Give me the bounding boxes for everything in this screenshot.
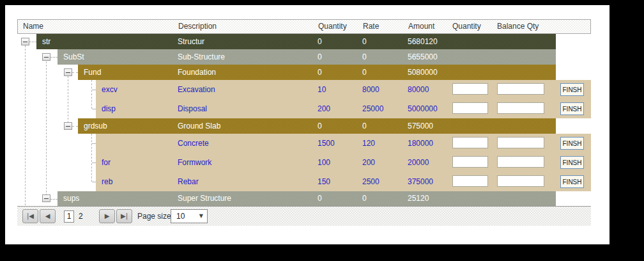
pager-prev-button[interactable]: ◀ (40, 209, 56, 223)
row-name: str (42, 34, 50, 49)
minus-glyph (23, 42, 27, 42)
row-name: for (102, 153, 111, 172)
row-amount: 5080000 (408, 65, 438, 80)
column-header-quantity2[interactable]: Quantity (452, 20, 481, 33)
pager-page-1[interactable]: 1 (64, 210, 74, 223)
chevron-down-icon: ▼ (199, 210, 203, 223)
row-amount: 575000 (408, 118, 433, 134)
row-description: Structur (178, 34, 204, 49)
row-band (36, 34, 556, 49)
window-frame: Name Description Quantity Rate Amount Qu… (0, 0, 644, 261)
row-name: Fund (84, 65, 101, 80)
pager-next-button[interactable]: ▶ (99, 209, 115, 223)
column-header-balance-qty[interactable]: Balance Qty (497, 20, 539, 33)
column-header-name[interactable]: Name (23, 20, 43, 33)
row-band (57, 191, 556, 206)
balance-qty-input[interactable] (497, 83, 544, 95)
balance-qty-input[interactable] (497, 156, 544, 168)
page-size-dropdown[interactable]: 10 ▼ (171, 209, 208, 223)
pager-bar: |◀ ◀ 1 2 ▶ ▶| Page size: 10 ▼ (17, 206, 591, 226)
balance-qty-input[interactable] (497, 102, 544, 114)
row-quantity: 10 (318, 80, 326, 99)
row-rate: 0 (362, 49, 367, 65)
finish-button[interactable]: FINSH (560, 137, 584, 150)
column-header-amount[interactable]: Amount (408, 20, 434, 33)
finish-button[interactable]: FINSH (560, 102, 584, 115)
pager-first-button[interactable]: |◀ (22, 209, 38, 223)
balance-qty-input[interactable] (497, 175, 544, 187)
table-row[interactable]: Concrete 1500 120 180000 FINSH (17, 134, 591, 153)
minus-glyph (66, 72, 70, 73)
quantity-input[interactable] (452, 156, 488, 168)
row-description: Excavation (178, 80, 215, 99)
table-row[interactable]: SubSt Sub-Structure 0 0 5655000 (17, 49, 591, 65)
treelist-grid: Name Description Quantity Rate Amount Qu… (17, 19, 591, 225)
pager-last-button[interactable]: ▶| (116, 209, 132, 223)
row-rate: 0 (362, 191, 367, 206)
row-rate: 0 (362, 65, 367, 80)
row-amount: 5655000 (408, 49, 438, 65)
row-description: Foundation (178, 65, 216, 80)
row-amount: 5000000 (408, 99, 438, 118)
table-row[interactable]: str Structur 0 0 5680120 (17, 34, 591, 49)
column-header-quantity[interactable]: Quantity (318, 20, 347, 33)
table-row[interactable]: sups Super Structure 0 0 25120 (17, 191, 591, 206)
row-rate: 25000 (362, 99, 383, 118)
row-rate: 0 (362, 34, 367, 49)
collapse-icon[interactable] (64, 122, 72, 130)
row-quantity: 0 (318, 191, 322, 206)
row-amount: 5680120 (408, 34, 438, 49)
page-size-label: Page size: (137, 207, 173, 226)
table-row[interactable]: Fund Foundation 0 0 5080000 (17, 65, 591, 80)
row-quantity: 150 (318, 172, 330, 191)
row-rate: 120 (362, 134, 375, 153)
page-size-value: 10 (176, 210, 185, 223)
row-amount: 375000 (408, 172, 433, 191)
table-row[interactable]: grdsub Ground Slab 0 0 575000 (17, 118, 591, 134)
finish-button[interactable]: FINSH (560, 175, 584, 188)
table-row[interactable]: disp Disposal 200 25000 5000000 FINSH (17, 99, 591, 118)
page-canvas: Name Description Quantity Rate Amount Qu… (5, 5, 610, 244)
row-name: SubSt (63, 49, 84, 65)
row-name: disp (102, 99, 116, 118)
balance-qty-input[interactable] (497, 137, 544, 148)
finish-button[interactable]: FINSH (560, 83, 584, 96)
grid-header: Name Description Quantity Rate Amount Qu… (17, 19, 591, 34)
row-rate: 2500 (362, 172, 379, 191)
table-row[interactable]: for Formwork 100 200 20000 FINSH (17, 153, 591, 172)
quantity-input[interactable] (452, 137, 488, 148)
pager-page-2[interactable]: 2 (77, 210, 85, 223)
minus-glyph (44, 57, 49, 58)
collapse-icon[interactable] (42, 53, 50, 61)
row-description: Concrete (178, 134, 209, 153)
row-band (78, 65, 556, 80)
quantity-input[interactable] (452, 83, 488, 95)
row-amount: 80000 (408, 80, 429, 99)
row-quantity: 0 (318, 34, 322, 49)
row-description: Rebar (178, 172, 199, 191)
row-quantity: 0 (318, 65, 322, 80)
row-description: Sub-Structure (178, 49, 225, 65)
collapse-icon[interactable] (21, 38, 29, 45)
row-rate: 200 (362, 153, 375, 172)
collapse-icon[interactable] (64, 68, 72, 76)
row-quantity: 0 (318, 118, 322, 134)
minus-glyph (66, 126, 70, 127)
quantity-input[interactable] (452, 175, 488, 187)
row-quantity: 0 (318, 49, 322, 65)
column-header-description[interactable]: Description (178, 20, 217, 33)
row-name: excv (102, 80, 118, 99)
minus-glyph (44, 198, 49, 199)
row-amount: 20000 (408, 153, 429, 172)
row-quantity: 100 (318, 153, 330, 172)
row-amount: 180000 (408, 134, 433, 153)
finish-button[interactable]: FINSH (560, 156, 584, 169)
quantity-input[interactable] (452, 102, 488, 114)
row-band (57, 49, 556, 65)
table-row[interactable]: excv Excavation 10 8000 80000 FINSH (17, 80, 591, 99)
column-header-rate[interactable]: Rate (363, 20, 379, 33)
row-rate: 0 (362, 118, 367, 134)
row-description: Ground Slab (178, 118, 220, 134)
table-row[interactable]: reb Rebar 150 2500 375000 FINSH (17, 172, 591, 191)
expand-icon[interactable] (42, 194, 50, 202)
